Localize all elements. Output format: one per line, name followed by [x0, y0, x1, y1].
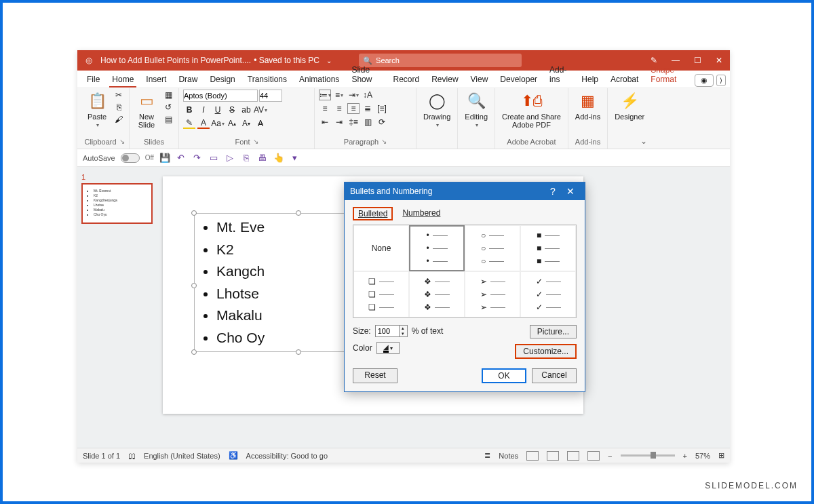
- align-text-button[interactable]: [≡]: [376, 103, 388, 114]
- layout-button[interactable]: ▦: [162, 90, 174, 100]
- camera-button[interactable]: ◉: [695, 74, 714, 87]
- char-spacing-button[interactable]: AV▾: [254, 104, 267, 115]
- language-status[interactable]: English (United States): [144, 452, 220, 460]
- font-color-button[interactable]: A: [197, 118, 210, 129]
- notes-button[interactable]: Notes: [499, 452, 518, 460]
- undo-button[interactable]: ↶: [176, 153, 187, 163]
- tab-animations[interactable]: Animations: [294, 73, 345, 87]
- tab-acrobat[interactable]: Acrobat: [605, 73, 644, 87]
- align-right-button[interactable]: ≡: [347, 103, 360, 114]
- clear-format-button[interactable]: A̶: [254, 118, 267, 129]
- resize-handle[interactable]: [191, 283, 197, 288]
- ok-button[interactable]: OK: [482, 368, 526, 383]
- new-slide-button[interactable]: ▭ New Slide: [134, 90, 159, 130]
- designer-button[interactable]: ⚡Designer: [612, 90, 647, 122]
- tab-developer[interactable]: Developer: [495, 73, 543, 87]
- bullet-style-hollow-square[interactable]: ❏ ❏ ❏: [353, 271, 409, 317]
- bullet-style-arrow[interactable]: ➢ ➢ ➢: [465, 271, 520, 317]
- qat-touch-button[interactable]: 👆: [273, 153, 284, 163]
- highlight-button[interactable]: ✎: [183, 118, 195, 129]
- bullet-style-diamond[interactable]: ❖ ❖ ❖: [409, 271, 465, 317]
- tab-record[interactable]: Record: [388, 73, 425, 87]
- paste-button[interactable]: 📋 Paste▾: [84, 90, 110, 130]
- tab-transitions[interactable]: Transitions: [242, 73, 292, 87]
- zoom-percent[interactable]: 57%: [695, 452, 710, 460]
- bullets-button[interactable]: ≔▾: [319, 90, 331, 100]
- dialog-launcher-icon[interactable]: ↘: [253, 138, 258, 146]
- cut-button[interactable]: ✂: [113, 90, 125, 100]
- tab-shape-format[interactable]: Shape Format: [645, 63, 693, 87]
- bullet-style-square[interactable]: ■ ■ ■: [520, 225, 576, 271]
- tab-bulleted[interactable]: Bulleted: [353, 207, 393, 220]
- list-level-button[interactable]: ⇥▾: [347, 90, 360, 100]
- title-dropdown-icon[interactable]: ⌄: [326, 57, 332, 64]
- ribbon-collapse-icon[interactable]: ⌄: [640, 136, 647, 146]
- qat-copy-button[interactable]: ⎘: [241, 153, 252, 163]
- numbering-button[interactable]: ≡▾: [333, 90, 345, 100]
- underline-button[interactable]: U: [212, 104, 224, 115]
- qat-print-button[interactable]: 🖶: [257, 153, 268, 163]
- reset-button[interactable]: Reset: [353, 368, 398, 383]
- zoom-slider[interactable]: [621, 454, 675, 457]
- resize-handle[interactable]: [296, 349, 301, 355]
- shadow-button[interactable]: ab: [240, 104, 252, 115]
- decrease-indent-button[interactable]: ⇤: [319, 117, 331, 128]
- dialog-launcher-icon[interactable]: ↘: [381, 138, 387, 146]
- bullet-style-circle[interactable]: ○ ○ ○: [465, 225, 520, 271]
- format-painter-button[interactable]: 🖌: [113, 114, 125, 125]
- create-pdf-button[interactable]: ⬆⎙Create and Share Adobe PDF: [499, 90, 564, 130]
- editing-button[interactable]: 🔍Editing▾: [462, 90, 490, 130]
- zoom-out-button[interactable]: −: [608, 452, 612, 460]
- reset-button[interactable]: ↺: [162, 102, 174, 113]
- strike-button[interactable]: S: [226, 104, 238, 115]
- dialog-help-button[interactable]: ?: [544, 182, 562, 200]
- shrink-font-button[interactable]: A▾: [240, 118, 252, 129]
- save-button[interactable]: 💾: [159, 153, 170, 163]
- tab-file[interactable]: File: [81, 73, 105, 87]
- accessibility-status[interactable]: Accessibility: Good to go: [246, 452, 328, 460]
- dialog-titlebar[interactable]: Bullets and Numbering ? ✕: [345, 182, 585, 200]
- slideshow-view-button[interactable]: [587, 451, 600, 461]
- window-close[interactable]: ✕: [708, 50, 730, 71]
- customize-button[interactable]: Customize...: [515, 344, 577, 359]
- resize-handle[interactable]: [296, 210, 301, 216]
- tab-design[interactable]: Design: [204, 73, 240, 87]
- font-name-select[interactable]: [183, 90, 258, 102]
- slide-count[interactable]: Slide 1 of 1: [83, 452, 120, 460]
- align-left-button[interactable]: ≡: [319, 103, 331, 114]
- reading-view-button[interactable]: [567, 451, 579, 461]
- tab-slideshow[interactable]: Slide Show: [346, 63, 386, 87]
- size-spinner[interactable]: ▴▾: [375, 325, 408, 337]
- dialog-launcher-icon[interactable]: ↘: [119, 138, 125, 146]
- bold-button[interactable]: B: [183, 104, 195, 115]
- align-center-button[interactable]: ≡: [333, 103, 345, 114]
- bullet-style-none[interactable]: None: [353, 225, 409, 271]
- drawing-button[interactable]: ◯Drawing▾: [421, 90, 453, 130]
- tab-numbered[interactable]: Numbered: [400, 207, 443, 220]
- collapse-ribbon[interactable]: ⟩: [716, 75, 726, 86]
- section-button[interactable]: ▤: [162, 114, 174, 125]
- justify-button[interactable]: ≣: [362, 103, 374, 114]
- slide-thumbnail-1[interactable]: Mt. Everest K2 Kangchenjunga Lhotse Maka…: [81, 183, 153, 224]
- resize-handle[interactable]: [191, 349, 197, 355]
- line-spacing-button[interactable]: ‡≡: [347, 117, 360, 128]
- dialog-close-button[interactable]: ✕: [562, 182, 579, 200]
- sorter-view-button[interactable]: [547, 451, 559, 461]
- redo-button[interactable]: ↷: [192, 153, 203, 163]
- italic-button[interactable]: I: [197, 104, 210, 115]
- tab-addins[interactable]: Add-ins: [544, 63, 575, 87]
- text-direction-button[interactable]: ↕A: [362, 90, 374, 100]
- smartart-button[interactable]: ⟳: [376, 117, 388, 128]
- picture-button[interactable]: Picture...: [530, 325, 577, 338]
- font-size-select[interactable]: [259, 90, 282, 102]
- change-case-button[interactable]: Aa▾: [212, 118, 224, 129]
- increase-indent-button[interactable]: ⇥: [333, 117, 345, 128]
- cancel-button[interactable]: Cancel: [532, 368, 577, 383]
- tab-insert[interactable]: Insert: [140, 73, 172, 87]
- zoom-in-button[interactable]: +: [683, 452, 687, 460]
- bullet-style-check[interactable]: ✓ ✓ ✓: [520, 271, 576, 317]
- tab-home[interactable]: Home: [106, 73, 139, 87]
- resize-handle[interactable]: [191, 210, 197, 216]
- addins-button[interactable]: ▦Add-ins: [573, 90, 603, 122]
- copy-button[interactable]: ⎘: [113, 102, 125, 113]
